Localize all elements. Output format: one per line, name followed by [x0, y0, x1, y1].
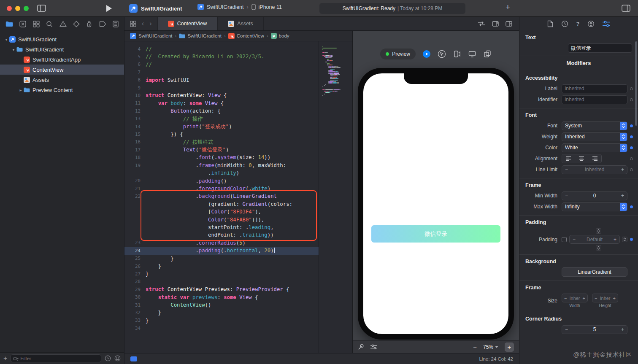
line-limit-stepper[interactable]: −Inherited+ [562, 165, 627, 174]
source-editor[interactable]: 4//5// Created by Ricardo Li on 2022/3/5… [124, 41, 319, 353]
code-line-22[interactable]: 22 .background(LinearGradient [124, 192, 319, 200]
code-line-34[interactable]: 34 [124, 324, 319, 332]
modified-indicator[interactable] [630, 124, 633, 127]
breakpoint-indicator-icon[interactable] [130, 356, 137, 361]
code-line-20[interactable]: 20 .padding() [124, 177, 319, 185]
source-control-filter-icon[interactable] [114, 355, 121, 361]
text-value-field[interactable]: 微信登录 [568, 43, 632, 53]
code-review-icon[interactable] [478, 21, 485, 27]
run-button[interactable] [106, 5, 112, 12]
breadcrumb-item-swiftuigradient[interactable]: SwiftUIGradient [179, 33, 222, 38]
align-left-button[interactable] [562, 154, 575, 163]
unmodified-indicator[interactable] [630, 168, 633, 171]
canvas-settings-icon[interactable] [370, 344, 377, 350]
quick-help-inspector-icon[interactable]: ? [576, 21, 580, 27]
accessibility-identifier-field[interactable]: Inherited [562, 95, 627, 104]
close-window-button[interactable] [7, 6, 12, 11]
code-line-27[interactable]: 27} [124, 270, 319, 278]
unmodified-indicator[interactable] [630, 87, 633, 90]
code-line-18[interactable]: 18 .font(.system(size: 14)) [124, 154, 319, 161]
code-line-9[interactable]: 9 [124, 84, 319, 92]
nav-item-assets[interactable]: Assets [0, 75, 124, 85]
breadcrumb-item-contentview[interactable]: ContentView [228, 33, 264, 39]
attributes-inspector-icon[interactable] [603, 21, 610, 27]
adjust-editor-icon[interactable] [492, 21, 499, 27]
code-line-16[interactable]: 16 // 按钮样式 [124, 138, 319, 146]
inspector-scrollbar[interactable] [635, 41, 637, 126]
add-file-icon[interactable]: + [3, 355, 7, 362]
go-forward-icon[interactable]: › [149, 20, 151, 27]
code-line-30[interactable]: 30 static var previews: some View { [124, 294, 319, 301]
modified-indicator[interactable] [630, 205, 633, 208]
project-navigator-icon[interactable] [5, 21, 13, 27]
modified-indicator[interactable] [630, 146, 633, 149]
code-line-24[interactable]: 24 .padding(.horizontal, 20) [124, 247, 319, 254]
duplicate-preview-icon[interactable] [483, 50, 492, 58]
go-back-icon[interactable]: ‹ [142, 20, 144, 27]
code-line-12[interactable]: 12 Button(action: { [124, 107, 319, 115]
live-preview-icon[interactable] [422, 50, 431, 58]
source-control-icon[interactable] [19, 21, 26, 27]
zoom-level-dropdown[interactable]: 75% [483, 344, 498, 350]
breadcrumb-item-swiftuigradient[interactable]: SwiftUIGradient [130, 33, 173, 39]
filter-field[interactable] [11, 354, 101, 362]
height-stepper[interactable]: −Inher+ [592, 294, 618, 302]
test-navigator-icon[interactable] [73, 21, 80, 27]
code-line-19[interactable]: 19 .frame(minWidth: 0, maxWidth: [124, 162, 319, 169]
code-line-33[interactable]: 33} [124, 317, 319, 324]
library-add-icon[interactable]: + [506, 3, 510, 12]
unmodified-indicator[interactable] [630, 98, 633, 101]
fullscreen-window-button[interactable] [24, 6, 29, 11]
tab-assets[interactable]: Assets [217, 17, 264, 30]
modified-indicator[interactable] [630, 238, 633, 241]
code-line-25[interactable]: 25 } [124, 255, 319, 262]
minimap[interactable] [319, 41, 352, 353]
align-center-button[interactable] [575, 154, 588, 163]
code-line-32[interactable]: 32 } [124, 309, 319, 316]
issue-navigator-icon[interactable] [59, 21, 67, 27]
nav-item-swiftuigradient[interactable]: ▾SwiftUIGradient [0, 34, 124, 44]
code-line-21[interactable]: 21 .foregroundColor(.white) [124, 185, 319, 192]
padding-trailing-stepper[interactable] [622, 237, 627, 242]
toggle-inspector-icon[interactable] [622, 5, 630, 12]
padding-default-stepper[interactable]: −Default+ [569, 235, 620, 244]
code-line-28[interactable]: 28 [124, 278, 319, 286]
chevron-down-icon[interactable]: ▾ [3, 37, 9, 42]
code-line-13[interactable]: 13 // 操作 [124, 115, 319, 123]
nav-item-contentview[interactable]: ContentView [0, 65, 124, 75]
zoom-out-button[interactable]: − [473, 343, 477, 351]
color-popup[interactable]: White [562, 143, 627, 152]
minimize-window-button[interactable] [15, 6, 20, 11]
symbols-navigator-icon[interactable] [33, 21, 40, 27]
chevron-right-icon[interactable]: ▸ [18, 88, 24, 92]
max-width-popup[interactable]: Infinity [562, 202, 627, 211]
code-line-wrap[interactable]: [Color("8FD3F4"), [124, 208, 319, 216]
history-inspector-icon[interactable] [561, 20, 568, 27]
nav-item-swiftuigradient[interactable]: ▾SwiftUIGradient [0, 44, 124, 54]
unmodified-indicator[interactable] [630, 157, 633, 160]
nav-item-swiftuigradientapp[interactable]: SwiftUIGradientApp [0, 54, 124, 65]
pin-preview-icon[interactable] [358, 344, 364, 351]
chevron-down-icon[interactable]: ▾ [11, 47, 16, 52]
code-line-wrap[interactable]: Color("84FAB0")]), [124, 216, 319, 224]
wechat-login-gradient-button[interactable]: 微信登录 [371, 225, 500, 243]
corner-radius-stepper[interactable]: −5+ [562, 325, 627, 334]
related-items-icon[interactable] [130, 21, 136, 27]
device-settings-icon[interactable] [468, 50, 476, 58]
code-line-7[interactable]: 7 [124, 68, 319, 76]
report-navigator-icon[interactable] [113, 21, 119, 27]
breakpoint-navigator-icon[interactable] [99, 21, 106, 27]
padding-checkbox[interactable] [562, 237, 567, 242]
code-line-wrap[interactable]: .infinity) [124, 169, 319, 177]
accessibility-inspector-icon[interactable] [587, 20, 595, 27]
weight-popup[interactable]: Inherited [562, 132, 627, 141]
zoom-in-button[interactable]: + [505, 342, 514, 352]
toggle-navigator-icon[interactable] [37, 5, 46, 12]
recent-files-icon[interactable] [105, 355, 111, 361]
accessibility-label-field[interactable]: Inherited [562, 84, 627, 93]
padding-bottom-stepper[interactable] [596, 245, 601, 251]
code-line-14[interactable]: 14 print("登录成功") [124, 123, 319, 130]
code-line-10[interactable]: 10struct ContentView: View { [124, 92, 319, 99]
code-line-17[interactable]: 17 Text("微信登录") [124, 146, 319, 154]
add-editor-icon[interactable] [506, 21, 512, 27]
